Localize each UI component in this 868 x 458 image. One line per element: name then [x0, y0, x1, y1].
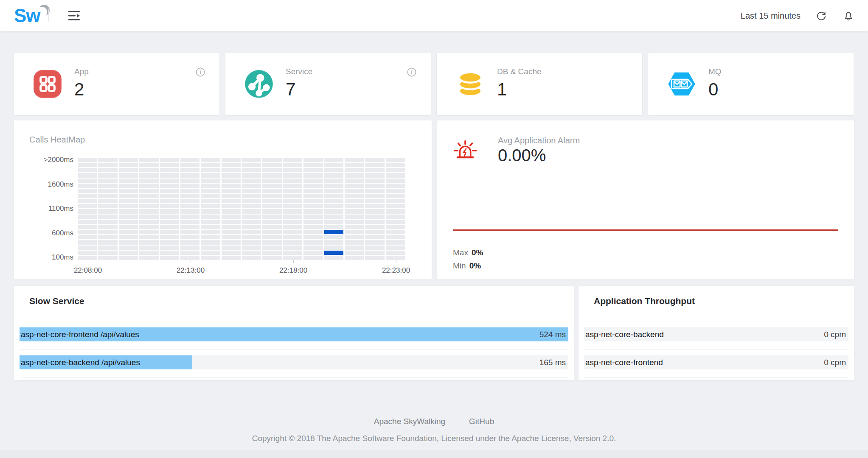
heatmap-cell	[262, 168, 281, 172]
heatmap-cell	[345, 189, 364, 193]
heatmap-cell	[222, 173, 241, 177]
heatmap-cell	[365, 184, 384, 188]
heatmap-cell	[242, 158, 261, 162]
heatmap-cell	[222, 215, 241, 219]
footer-link-github[interactable]: GitHub	[469, 417, 494, 426]
heatmap-cell	[98, 220, 117, 224]
heatmap-cell	[222, 256, 241, 260]
bar-row: asp-net-core-frontend /api/values 524 ms	[20, 327, 568, 341]
bar-label: asp-net-core-backend	[585, 330, 664, 339]
heatmap-cell	[119, 168, 138, 172]
footer-links: Apache SkyWalkingGitHub	[0, 417, 868, 426]
heatmap-cell	[386, 184, 405, 188]
heatmap-cell	[365, 215, 384, 219]
heatmap-cell	[242, 251, 261, 255]
alarm-max-value: 0%	[472, 248, 483, 257]
heatmap-cell	[324, 246, 343, 250]
heatmap-cell	[283, 173, 302, 177]
heatmap-cell	[139, 225, 158, 229]
heatmap-cell	[201, 168, 220, 172]
heatmap-cell	[283, 215, 302, 219]
heatmap-cell	[324, 184, 343, 188]
heatmap-cell	[242, 235, 261, 239]
heatmap-cell	[78, 256, 97, 260]
heatmap-cell	[180, 184, 199, 188]
heatmap-cell	[303, 173, 323, 177]
heatmap-cell	[119, 220, 138, 224]
skywalking-logo[interactable]: Sw	[14, 3, 61, 28]
heatmap-cell	[262, 235, 281, 239]
heatmap-cell	[222, 199, 241, 203]
heatmap-cell	[98, 179, 117, 183]
heatmap-cell	[283, 235, 302, 239]
heatmap-cell	[345, 235, 364, 239]
heatmap-cell	[78, 179, 97, 183]
alarm-min-value: 0%	[469, 261, 481, 270]
heatmap-cell	[201, 163, 220, 167]
heatmap-cell	[78, 209, 97, 213]
heatmap-cell	[139, 220, 158, 224]
heatmap-cell	[386, 256, 405, 260]
heatmap-cell	[201, 246, 220, 250]
heatmap-cell	[303, 163, 323, 167]
heatmap-cell	[160, 163, 179, 167]
refresh-icon[interactable]	[816, 10, 827, 21]
menu-fold-icon[interactable]	[68, 10, 81, 21]
heatmap-cell	[119, 246, 138, 250]
bell-icon[interactable]	[843, 10, 854, 21]
bar-label: asp-net-core-frontend	[585, 358, 663, 367]
heatmap-cell	[201, 240, 220, 244]
heatmap-cell	[324, 158, 343, 162]
heatmap-cell	[386, 230, 405, 234]
heatmap-cell	[139, 235, 158, 239]
heatmap-cell	[283, 246, 302, 250]
heatmap-cell	[139, 209, 158, 213]
heatmap-x-label: 22:13:00	[177, 266, 205, 275]
heatmap-cell	[201, 225, 220, 229]
heatmap-cell	[324, 173, 343, 177]
time-range-selector[interactable]: Last 15 minutes	[741, 11, 801, 21]
heatmap-cell	[303, 209, 323, 213]
heatmap-cell	[98, 194, 117, 198]
footer-link-apache-skywalking[interactable]: Apache SkyWalking	[374, 417, 445, 426]
heatmap-cell	[201, 230, 220, 234]
stat-card-app: App 2	[14, 53, 219, 115]
heatmap-cell	[201, 173, 220, 177]
heatmap-cell	[139, 158, 158, 162]
heatmap-cell	[365, 209, 384, 213]
heatmap-cell	[324, 215, 343, 219]
heatmap-cell	[365, 240, 384, 244]
heatmap-cell	[180, 173, 199, 177]
service-topology-icon	[244, 69, 274, 99]
heatmap-cell	[98, 251, 117, 255]
info-icon[interactable]	[407, 67, 417, 77]
heatmap-cell	[324, 220, 343, 224]
heatmap-cell	[201, 209, 220, 213]
heatmap-cell	[160, 251, 179, 255]
heatmap-cell-active	[324, 230, 343, 234]
heatmap-cell	[160, 189, 179, 193]
heatmap-cell	[201, 179, 220, 183]
heatmap-cell	[119, 209, 138, 213]
heatmap-cell	[119, 194, 138, 198]
stat-card-label: MQ	[708, 67, 722, 76]
heatmap-cell	[222, 168, 241, 172]
heatmap-cell	[98, 235, 117, 239]
heatmap-cell	[365, 251, 384, 255]
heatmap-cell	[262, 179, 281, 183]
heatmap-cell	[386, 199, 405, 203]
heatmap-cell	[139, 189, 158, 193]
heatmap-cell	[345, 256, 364, 260]
stat-card-value: 1	[497, 79, 507, 100]
info-icon[interactable]	[195, 67, 205, 77]
heatmap-cell	[345, 209, 364, 213]
heatmap-cell	[78, 194, 97, 198]
heatmap-cell	[345, 194, 364, 198]
heatmap-cell	[283, 158, 302, 162]
heatmap-cell	[283, 194, 302, 198]
heatmap-cell	[180, 209, 199, 213]
heatmap-cell	[160, 184, 179, 188]
heatmap-cell	[242, 179, 261, 183]
heatmap-cell	[283, 163, 302, 167]
heatmap-cell	[160, 215, 179, 219]
